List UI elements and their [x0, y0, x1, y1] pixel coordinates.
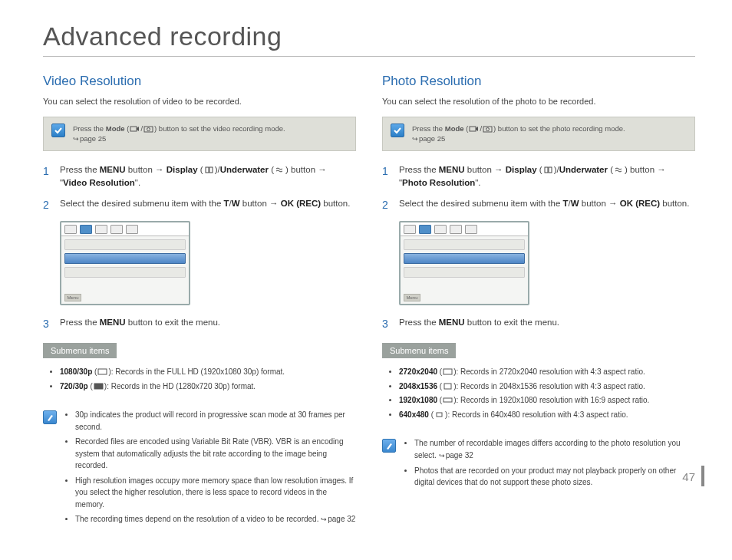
- page-ref: page 32: [439, 451, 473, 460]
- intro-text: You can select the resolution of the pho…: [382, 97, 695, 106]
- submenu-header: Submenu items: [43, 343, 117, 358]
- svg-rect-11: [549, 167, 552, 173]
- screenshot-tab-active: [80, 225, 92, 234]
- screenshot-tab: [64, 225, 77, 234]
- step-number: 1: [43, 163, 52, 190]
- svg-point-9: [486, 127, 490, 130]
- display-icon: [204, 165, 214, 173]
- svg-rect-10: [545, 167, 548, 173]
- underwater-icon: [614, 165, 624, 173]
- menu-label-icon: Menu: [64, 294, 81, 301]
- note-item: Recorded files are encoded using Variabl…: [75, 436, 356, 472]
- submenu-item: 640x480 (): Records in 640x480 resolutio…: [399, 409, 692, 421]
- video-mode-icon: [469, 124, 479, 133]
- menu-label-icon: Menu: [404, 294, 420, 301]
- check-icon: [391, 124, 404, 137]
- check-icon: [51, 124, 65, 137]
- screenshot-tab: [450, 225, 462, 234]
- svg-rect-3: [206, 167, 209, 173]
- svg-rect-7: [470, 127, 476, 131]
- note-icon: [382, 439, 396, 453]
- page-ref: page 25: [412, 134, 445, 143]
- screenshot-tab: [126, 225, 138, 234]
- callout-text: Press the Mode (/) button to set the pho…: [412, 124, 625, 144]
- svg-rect-14: [443, 398, 452, 402]
- video-resolution-section: Video Resolution You can select the reso…: [43, 74, 356, 529]
- step-number: 2: [382, 197, 391, 213]
- svg-point-2: [147, 127, 150, 130]
- note-item: Photos that are recorded on your product…: [414, 465, 695, 489]
- resolution-icon: [97, 367, 107, 376]
- step-2: 2 Select the desired submenu item with t…: [43, 197, 356, 213]
- photo-resolution-section: Photo Resolution You can select the reso…: [382, 74, 695, 529]
- callout-box: Press the Mode (/) button to set the pho…: [382, 117, 695, 151]
- two-column-layout: Video Resolution You can select the reso…: [43, 74, 695, 529]
- photo-mode-icon: [483, 124, 493, 133]
- step-number: 3: [43, 316, 52, 332]
- camera-menu-screenshot: Menu: [60, 221, 190, 305]
- note-icon: [43, 410, 57, 424]
- note-item: The recording times depend on the resolu…: [75, 513, 356, 525]
- svg-rect-12: [443, 369, 452, 374]
- screenshot-tab-active: [419, 225, 431, 234]
- camera-menu-screenshot: Menu: [399, 221, 529, 305]
- page-ref: page 25: [73, 134, 106, 143]
- svg-rect-0: [130, 127, 137, 131]
- submenu-item: 720/30p (): Records in the HD (1280x720 …: [60, 380, 353, 393]
- note-item: High resolution images occupy more memor…: [75, 475, 356, 511]
- page-ref: page 32: [321, 515, 355, 523]
- submenu-header: Submenu items: [382, 343, 456, 358]
- resolution-icon: [443, 367, 453, 376]
- screenshot-tab: [110, 225, 123, 234]
- screenshot-tab: [95, 225, 107, 234]
- photo-mode-icon: [143, 124, 153, 133]
- step-3: 3 Press the MENU button to exit the menu…: [382, 316, 695, 332]
- callout-box: Press the Mode (/) button to set the vid…: [43, 117, 356, 151]
- submenu-item: 2720x2040 (): Records in 2720x2040 resol…: [399, 366, 692, 378]
- step-1: 1 Press the MENU button → Display ()/Und…: [382, 163, 695, 190]
- section-heading-photo: Photo Resolution: [382, 74, 695, 89]
- note-item: The number of recordable images differs …: [414, 437, 695, 461]
- submenu-list: 1080/30p (): Records in the FULL HD (192…: [43, 358, 356, 402]
- section-heading-video: Video Resolution: [43, 74, 356, 89]
- video-mode-icon: [130, 124, 140, 133]
- screenshot-tab: [434, 225, 447, 234]
- submenu-item: 1080/30p (): Records in the FULL HD (192…: [60, 366, 353, 378]
- svg-rect-13: [444, 384, 451, 389]
- step-number: 1: [382, 163, 391, 190]
- underwater-icon: [275, 165, 285, 173]
- resolution-icon: [94, 382, 104, 390]
- step-2: 2 Select the desired submenu item with t…: [382, 197, 695, 213]
- svg-rect-6: [94, 384, 103, 389]
- step-3: 3 Press the MENU button to exit the menu…: [43, 316, 356, 332]
- resolution-icon: [434, 410, 444, 419]
- svg-rect-5: [98, 369, 107, 374]
- display-icon: [543, 165, 553, 173]
- callout-text: Press the Mode (/) button to set the vid…: [73, 124, 285, 144]
- step-number: 3: [382, 316, 391, 332]
- submenu-item: 2048x1536 (): Records in 2048x1536 resol…: [399, 380, 692, 393]
- resolution-icon: [443, 396, 453, 404]
- svg-rect-15: [437, 413, 442, 417]
- note-item: 30p indicates the product will record in…: [75, 409, 356, 433]
- step-1: 1 Press the MENU button → Display ()/Und…: [43, 163, 356, 190]
- step-number: 2: [43, 197, 52, 213]
- svg-rect-4: [209, 167, 213, 173]
- page-number: 47: [682, 466, 704, 486]
- notes-block: The number of recordable images differs …: [382, 436, 695, 491]
- intro-text: You can select the resolution of video t…: [43, 97, 356, 106]
- resolution-icon: [443, 382, 453, 390]
- screenshot-tab: [404, 225, 416, 234]
- notes-block: 30p indicates the product will record in…: [43, 408, 356, 529]
- screenshot-tab: [465, 225, 477, 234]
- page-title: Advanced recording: [43, 21, 695, 57]
- submenu-item: 1920x1080 (): Records in 1920x1080 resol…: [399, 394, 692, 407]
- submenu-list: 2720x2040 (): Records in 2720x2040 resol…: [382, 358, 695, 430]
